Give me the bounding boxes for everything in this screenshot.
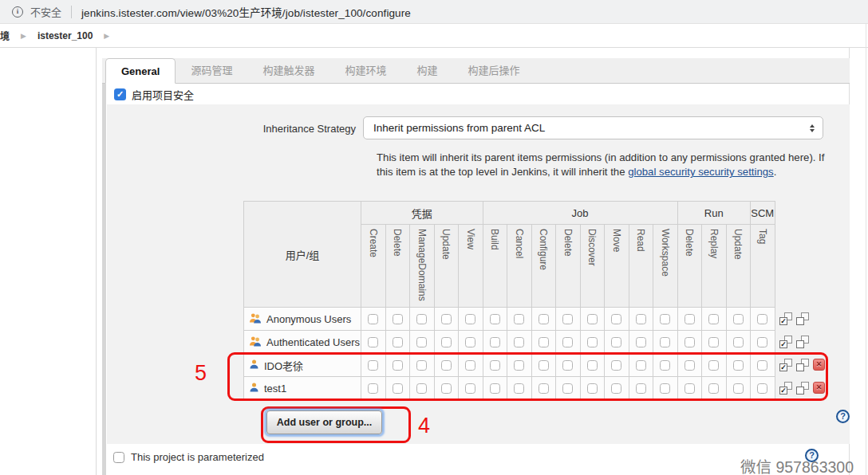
help-line-1: This item will inherit its parent items …: [377, 151, 824, 163]
tab-构建[interactable]: 构建: [401, 58, 452, 83]
tab-构建后操作[interactable]: 构建后操作: [452, 58, 535, 83]
permission-cell: [459, 331, 483, 354]
permission-checkbox-Create[interactable]: [368, 314, 378, 324]
group-icon: [249, 336, 262, 349]
permission-cell: [556, 308, 581, 331]
permission-checkbox-Update[interactable]: [441, 314, 452, 324]
permission-cell: [459, 308, 483, 331]
permission-checkbox-Delete[interactable]: [562, 337, 573, 347]
matrix-row: Anonymous Users: [244, 308, 775, 331]
permission-cell: [483, 308, 507, 331]
global-security-settings-link[interactable]: global security security settings: [628, 166, 774, 178]
permission-checkbox-Delete[interactable]: [393, 314, 403, 324]
browser-address-bar[interactable]: i 不安全 jenkins.istester.com/view/03%20生产环…: [0, 0, 868, 24]
permission-cell: [507, 308, 532, 331]
matrix-col-Update: Update: [434, 225, 459, 308]
group-icon: [249, 312, 262, 326]
url-text[interactable]: jenkins.istester.com/view/03%20生产环境/job/…: [81, 4, 411, 20]
permission-checkbox-Update[interactable]: [733, 314, 744, 324]
matrix-row-name: Anonymous Users: [266, 313, 351, 325]
scrollbar-track[interactable]: [866, 24, 866, 475]
permission-checkbox-Cancel[interactable]: [514, 337, 524, 347]
permission-checkbox-Build[interactable]: [490, 314, 500, 324]
tab-构建触发器[interactable]: 构建触发器: [247, 58, 329, 83]
site-info-icon[interactable]: i: [12, 6, 23, 18]
permission-checkbox-Read[interactable]: [636, 337, 646, 347]
matrix-col-Move: Move: [605, 225, 629, 308]
permission-cell: [434, 331, 459, 354]
permission-checkbox-Move[interactable]: [611, 314, 621, 324]
enable-security-checkbox[interactable]: ✓: [114, 88, 126, 100]
tab-源码管理[interactable]: 源码管理: [176, 58, 247, 83]
matrix-col-Create: Create: [361, 225, 386, 308]
matrix-col-Workspace: Workspace: [653, 225, 678, 308]
permission-checkbox-View[interactable]: [465, 314, 475, 324]
permission-cell: [702, 308, 727, 331]
breadcrumb-item[interactable]: istester_100: [37, 30, 93, 41]
enable-security-label: 启用项目安全: [132, 87, 194, 102]
permission-checkbox-ManageDomains[interactable]: [416, 337, 427, 347]
parameterized-checkbox[interactable]: [113, 452, 124, 463]
row-control: ✓: [779, 330, 825, 353]
watermark-text: 微信 957863300: [740, 454, 854, 475]
help-line-2: this item is at the top level in Jenkins…: [377, 166, 628, 178]
permission-cell: [556, 331, 581, 354]
unselect-all-icon[interactable]: [796, 312, 809, 325]
security-status-label: 不安全: [30, 4, 61, 19]
permission-checkbox-Tag[interactable]: [757, 337, 767, 347]
permission-checkbox-Delete[interactable]: [562, 314, 573, 324]
matrix-col-Update: Update: [726, 225, 751, 308]
tab-General[interactable]: General: [105, 58, 176, 84]
permission-checkbox-Delete[interactable]: [685, 337, 695, 347]
select-all-icon[interactable]: ✓: [779, 312, 792, 325]
permission-cell: [751, 308, 775, 331]
permission-cell: [726, 308, 751, 331]
permission-checkbox-Delete[interactable]: [393, 337, 403, 347]
inheritance-strategy-label: Inheritance Strategy: [223, 123, 356, 135]
permission-checkbox-Discover[interactable]: [587, 314, 598, 324]
permission-cell: [580, 331, 605, 354]
matrix-help-icon[interactable]: ?: [836, 410, 850, 423]
matrix-col-Tag: Tag: [751, 225, 775, 308]
matrix-col-Delete: Delete: [677, 225, 702, 308]
inheritance-help-text: This item will inherit its parent items …: [377, 151, 831, 179]
permission-cell: [702, 331, 727, 354]
permission-checkbox-Update[interactable]: [733, 337, 744, 347]
permission-checkbox-Workspace[interactable]: [660, 314, 670, 324]
matrix-group-Run: Run: [677, 202, 751, 225]
permission-checkbox-Update[interactable]: [441, 337, 452, 347]
permission-checkbox-Read[interactable]: [636, 314, 646, 324]
permission-cell: [531, 331, 556, 354]
unselect-all-icon[interactable]: [796, 336, 809, 348]
permission-checkbox-Configure[interactable]: [539, 337, 549, 347]
permission-cell: [629, 308, 653, 331]
breadcrumb-item[interactable]: 生产环境: [0, 29, 10, 42]
permission-checkbox-Move[interactable]: [611, 337, 621, 347]
matrix-col-Build: Build: [483, 225, 507, 308]
add-user-or-group-button[interactable]: Add user or group...: [266, 410, 382, 434]
parameterized-row: This project is parameterized: [113, 451, 264, 463]
permission-checkbox-ManageDomains[interactable]: [416, 314, 427, 324]
permission-checkbox-Cancel[interactable]: [514, 314, 524, 324]
select-all-icon[interactable]: ✓: [779, 336, 792, 348]
permission-checkbox-Build[interactable]: [490, 337, 500, 347]
tab-构建环境[interactable]: 构建环境: [329, 58, 401, 83]
permission-cell: [653, 331, 678, 354]
inheritance-strategy-select[interactable]: Inherit permissions from parent ACL: [363, 116, 823, 139]
matrix-col-ManageDomains: ManageDomains: [410, 225, 435, 308]
permission-cell: [385, 308, 410, 331]
permission-checkbox-Replay[interactable]: [708, 337, 719, 347]
permission-cell: [677, 331, 702, 354]
permission-checkbox-Delete[interactable]: [685, 314, 695, 324]
permission-checkbox-Discover[interactable]: [587, 337, 598, 347]
permission-checkbox-Tag[interactable]: [757, 314, 767, 324]
permission-checkbox-Configure[interactable]: [539, 314, 549, 324]
permission-cell: [410, 331, 435, 354]
matrix-col-Delete: Delete: [385, 225, 410, 308]
permission-checkbox-View[interactable]: [465, 337, 475, 347]
permission-checkbox-Workspace[interactable]: [660, 337, 670, 347]
permission-checkbox-Replay[interactable]: [708, 314, 719, 324]
permission-checkbox-Create[interactable]: [368, 337, 378, 347]
page-root: i 不安全 jenkins.istester.com/view/03%20生产环…: [0, 0, 868, 475]
matrix-col-Delete: Delete: [556, 225, 581, 308]
